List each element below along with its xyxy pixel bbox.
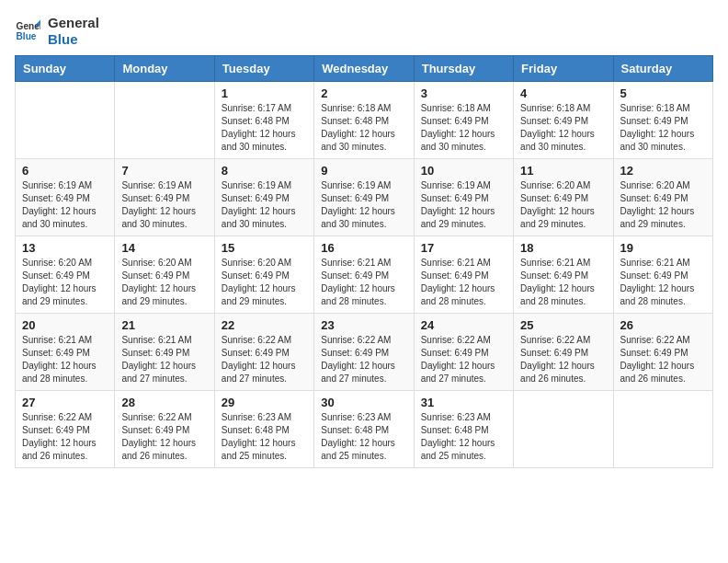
day-number: 19 [620,241,706,255]
calendar-cell: 4Sunrise: 6:18 AMSunset: 6:49 PMDaylight… [514,82,613,159]
calendar-cell [613,391,712,468]
calendar-cell: 31Sunrise: 6:23 AMSunset: 6:48 PMDayligh… [414,391,513,468]
day-number: 17 [421,241,506,255]
day-header-monday: Monday [115,56,214,82]
day-number: 8 [222,164,307,178]
day-number: 21 [121,318,207,332]
day-number: 24 [421,318,506,332]
day-number: 23 [321,318,406,332]
day-header-friday: Friday [514,56,613,82]
day-header-wednesday: Wednesday [314,56,414,82]
day-number: 20 [22,318,108,332]
day-info: Sunrise: 6:18 AMSunset: 6:48 PMDaylight:… [321,102,406,154]
day-number: 2 [321,86,406,100]
calendar-cell: 13Sunrise: 6:20 AMSunset: 6:49 PMDayligh… [16,236,115,314]
calendar-cell: 11Sunrise: 6:20 AMSunset: 6:49 PMDayligh… [514,159,613,236]
day-info: Sunrise: 6:21 AMSunset: 6:49 PMDaylight:… [620,257,706,308]
logo-icon: General Blue [15,18,40,44]
calendar-cell: 21Sunrise: 6:21 AMSunset: 6:49 PMDayligh… [115,314,214,391]
calendar-cell: 30Sunrise: 6:23 AMSunset: 6:48 PMDayligh… [314,391,414,468]
day-number: 30 [321,396,406,409]
day-info: Sunrise: 6:20 AMSunset: 6:49 PMDaylight:… [22,257,108,308]
calendar-cell: 15Sunrise: 6:20 AMSunset: 6:49 PMDayligh… [214,236,313,314]
day-number: 3 [421,86,506,100]
logo: General Blue General Blue [15,15,99,48]
day-info: Sunrise: 6:22 AMSunset: 6:49 PMDaylight:… [321,334,406,385]
calendar-cell: 17Sunrise: 6:21 AMSunset: 6:49 PMDayligh… [414,236,513,314]
calendar-cell: 1Sunrise: 6:17 AMSunset: 6:48 PMDaylight… [214,82,313,159]
day-header-saturday: Saturday [613,56,712,82]
calendar-cell: 26Sunrise: 6:22 AMSunset: 6:49 PMDayligh… [613,314,712,391]
day-number: 18 [520,241,606,255]
day-number: 26 [620,318,706,332]
calendar-cell [115,82,214,159]
day-number: 14 [121,241,207,255]
day-header-thursday: Thursday [414,56,513,82]
calendar-cell: 12Sunrise: 6:20 AMSunset: 6:49 PMDayligh… [613,159,712,236]
day-number: 12 [620,164,706,178]
day-number: 10 [421,164,506,178]
day-info: Sunrise: 6:19 AMSunset: 6:49 PMDaylight:… [321,179,406,231]
day-number: 4 [520,86,606,100]
calendar-week-3: 13Sunrise: 6:20 AMSunset: 6:49 PMDayligh… [16,236,713,314]
day-info: Sunrise: 6:21 AMSunset: 6:49 PMDaylight:… [121,334,207,385]
calendar-cell [16,82,115,159]
day-number: 28 [121,396,207,409]
day-info: Sunrise: 6:21 AMSunset: 6:49 PMDaylight:… [520,257,606,308]
day-number: 5 [620,86,706,100]
calendar-cell: 27Sunrise: 6:22 AMSunset: 6:49 PMDayligh… [16,391,115,468]
calendar-cell: 22Sunrise: 6:22 AMSunset: 6:49 PMDayligh… [214,314,313,391]
day-info: Sunrise: 6:21 AMSunset: 6:49 PMDaylight:… [22,334,108,385]
day-info: Sunrise: 6:23 AMSunset: 6:48 PMDaylight:… [421,411,506,463]
day-number: 6 [22,164,108,178]
calendar-cell: 19Sunrise: 6:21 AMSunset: 6:49 PMDayligh… [613,236,712,314]
day-number: 9 [321,164,406,178]
day-info: Sunrise: 6:22 AMSunset: 6:49 PMDaylight:… [421,334,506,385]
calendar-table: SundayMondayTuesdayWednesdayThursdayFrid… [15,55,713,468]
day-header-sunday: Sunday [16,56,115,82]
day-info: Sunrise: 6:19 AMSunset: 6:49 PMDaylight:… [222,179,307,231]
calendar-cell: 20Sunrise: 6:21 AMSunset: 6:49 PMDayligh… [16,314,115,391]
day-number: 13 [22,241,108,255]
day-number: 27 [22,396,108,409]
page-header: General Blue General Blue [15,15,713,48]
calendar-cell: 24Sunrise: 6:22 AMSunset: 6:49 PMDayligh… [414,314,513,391]
svg-text:Blue: Blue [17,31,37,41]
calendar-cell [514,391,613,468]
day-header-tuesday: Tuesday [214,56,313,82]
day-info: Sunrise: 6:18 AMSunset: 6:49 PMDaylight:… [421,102,506,154]
day-info: Sunrise: 6:21 AMSunset: 6:49 PMDaylight:… [321,257,406,308]
day-info: Sunrise: 6:19 AMSunset: 6:49 PMDaylight:… [22,179,108,231]
day-number: 31 [421,396,506,409]
calendar-cell: 3Sunrise: 6:18 AMSunset: 6:49 PMDaylight… [414,82,513,159]
day-number: 22 [222,318,307,332]
day-number: 1 [222,86,307,100]
calendar-header-row: SundayMondayTuesdayWednesdayThursdayFrid… [16,56,713,82]
day-info: Sunrise: 6:23 AMSunset: 6:48 PMDaylight:… [222,411,307,463]
calendar-cell: 8Sunrise: 6:19 AMSunset: 6:49 PMDaylight… [214,159,313,236]
day-number: 29 [222,396,307,409]
day-number: 16 [321,241,406,255]
calendar-week-5: 27Sunrise: 6:22 AMSunset: 6:49 PMDayligh… [16,391,713,468]
calendar-cell: 6Sunrise: 6:19 AMSunset: 6:49 PMDaylight… [16,159,115,236]
calendar-cell: 5Sunrise: 6:18 AMSunset: 6:49 PMDaylight… [613,82,712,159]
day-number: 25 [520,318,606,332]
day-info: Sunrise: 6:20 AMSunset: 6:49 PMDaylight:… [222,257,307,308]
day-info: Sunrise: 6:19 AMSunset: 6:49 PMDaylight:… [421,179,506,231]
day-info: Sunrise: 6:19 AMSunset: 6:49 PMDaylight:… [121,179,207,231]
calendar-cell: 14Sunrise: 6:20 AMSunset: 6:49 PMDayligh… [115,236,214,314]
calendar-week-2: 6Sunrise: 6:19 AMSunset: 6:49 PMDaylight… [16,159,713,236]
calendar-cell: 7Sunrise: 6:19 AMSunset: 6:49 PMDaylight… [115,159,214,236]
day-info: Sunrise: 6:22 AMSunset: 6:49 PMDaylight:… [22,411,108,463]
day-number: 7 [121,164,207,178]
day-number: 15 [222,241,307,255]
day-number: 11 [520,164,606,178]
calendar-week-1: 1Sunrise: 6:17 AMSunset: 6:48 PMDaylight… [16,82,713,159]
day-info: Sunrise: 6:20 AMSunset: 6:49 PMDaylight:… [520,179,606,231]
day-info: Sunrise: 6:22 AMSunset: 6:49 PMDaylight:… [620,334,706,385]
calendar-cell: 10Sunrise: 6:19 AMSunset: 6:49 PMDayligh… [414,159,513,236]
day-info: Sunrise: 6:22 AMSunset: 6:49 PMDaylight:… [222,334,307,385]
day-info: Sunrise: 6:22 AMSunset: 6:49 PMDaylight:… [520,334,606,385]
day-info: Sunrise: 6:20 AMSunset: 6:49 PMDaylight:… [620,179,706,231]
calendar-week-4: 20Sunrise: 6:21 AMSunset: 6:49 PMDayligh… [16,314,713,391]
